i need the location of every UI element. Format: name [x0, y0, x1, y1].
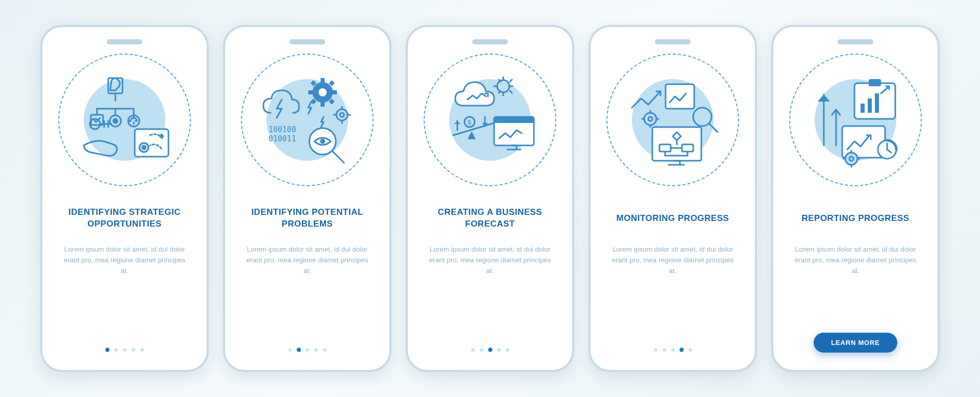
- svg-point-19: [336, 109, 348, 120]
- screen-body: Lorem ipsum dolor sit amet, id dui dolor…: [236, 244, 378, 348]
- screen-title: REPORTING PROGRESS: [796, 201, 914, 236]
- page-indicator: [654, 348, 692, 352]
- page-dot[interactable]: [654, 348, 657, 352]
- screen-title: MONITORING PROGRESS: [611, 201, 734, 236]
- strategic-opportunities-icon: [58, 54, 191, 186]
- svg-rect-41: [875, 93, 879, 113]
- svg-point-20: [340, 113, 344, 117]
- svg-point-8: [142, 146, 145, 149]
- page-dot[interactable]: [323, 348, 327, 352]
- phone-notch: [838, 39, 873, 44]
- page-dot[interactable]: [671, 348, 675, 352]
- page-dot[interactable]: [488, 348, 492, 352]
- page-dot[interactable]: [105, 348, 109, 352]
- svg-rect-10: [321, 78, 325, 83]
- screen-body: Lorem ipsum dolor sit amet, id dui dolor…: [785, 244, 926, 334]
- page-dot[interactable]: [480, 348, 483, 352]
- svg-rect-29: [494, 117, 534, 123]
- reporting-progress-icon: [789, 54, 922, 186]
- page-dot[interactable]: [497, 348, 501, 352]
- page-dot[interactable]: [506, 348, 509, 352]
- page-dot[interactable]: [140, 348, 144, 352]
- screen-title: IDENTIFYING POTENTIAL PROBLEMS: [236, 201, 378, 236]
- page-indicator: [288, 348, 327, 352]
- page-dot[interactable]: [123, 348, 127, 352]
- screen-body: Lorem ipsum dolor sit amet, id dui dolor…: [419, 244, 561, 348]
- page-dot[interactable]: [114, 348, 118, 352]
- svg-point-32: [648, 117, 652, 121]
- svg-point-43: [845, 153, 857, 165]
- svg-text:010011: 010011: [268, 134, 296, 143]
- page-dot[interactable]: [132, 348, 135, 352]
- page-dot[interactable]: [471, 348, 475, 352]
- phone-notch: [289, 39, 325, 44]
- screen-title: CREATING A BUSINESS FORECAST: [419, 201, 561, 236]
- phone-frame-3: $ CREATING A BUSINESS FORECAST Lorem ips…: [406, 25, 574, 372]
- page-indicator: [471, 348, 509, 352]
- phone-notch: [655, 39, 691, 44]
- onboarding-phone-row: IDENTIFYING STRATEGIC OPPORTUNITIES Lore…: [40, 25, 940, 372]
- svg-text:$: $: [468, 118, 472, 126]
- phone-notch: [472, 39, 508, 44]
- page-dot[interactable]: [314, 348, 318, 352]
- svg-rect-6: [135, 129, 168, 157]
- svg-text:100100: 100100: [268, 125, 296, 134]
- svg-point-4: [113, 119, 117, 123]
- svg-rect-40: [868, 98, 872, 113]
- svg-point-18: [318, 88, 327, 96]
- screen-body: Lorem ipsum dolor sit amet, id dui dolor…: [602, 244, 744, 348]
- phone-frame-2: 100100 010011 IDENTIFYING POTENTIAL PROB…: [223, 25, 391, 372]
- page-dot[interactable]: [297, 348, 301, 352]
- svg-point-33: [693, 108, 712, 126]
- potential-problems-icon: 100100 010011: [241, 54, 374, 186]
- phone-frame-1: IDENTIFYING STRATEGIC OPPORTUNITIES Lore…: [40, 25, 209, 372]
- svg-rect-38: [869, 79, 881, 86]
- svg-point-25: [497, 80, 509, 92]
- page-indicator: [106, 348, 144, 352]
- page-dot[interactable]: [663, 348, 666, 352]
- svg-rect-13: [332, 90, 337, 94]
- monitoring-progress-icon: [606, 54, 739, 186]
- learn-more-button[interactable]: LEARN MORE: [814, 333, 897, 353]
- phone-frame-4: MONITORING PROGRESS Lorem ipsum dolor si…: [589, 25, 757, 372]
- page-dot[interactable]: [306, 348, 309, 352]
- screen-title: IDENTIFYING STRATEGIC OPPORTUNITIES: [54, 201, 195, 236]
- phone-frame-5: REPORTING PROGRESS Lorem ipsum dolor sit…: [771, 25, 940, 372]
- business-forecast-icon: $: [424, 54, 556, 186]
- svg-point-31: [644, 113, 656, 125]
- page-dot[interactable]: [679, 348, 683, 352]
- svg-rect-30: [666, 84, 694, 109]
- svg-rect-39: [861, 104, 865, 113]
- page-dot[interactable]: [288, 348, 292, 352]
- svg-point-24: [320, 139, 325, 144]
- phone-notch: [107, 39, 142, 44]
- svg-rect-12: [308, 90, 313, 94]
- page-dot[interactable]: [689, 348, 692, 352]
- screen-body: Lorem ipsum dolor sit amet, id dui dolor…: [54, 244, 195, 348]
- svg-rect-11: [321, 102, 325, 107]
